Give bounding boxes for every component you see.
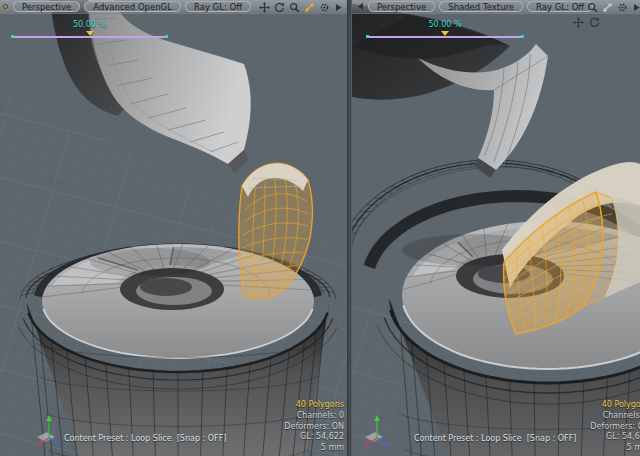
grid-size-value: 5 mm [284, 443, 344, 454]
status-preset-text: Content Preset : Loop Slice [Snap : OFF] [414, 434, 576, 443]
viewport-menu-dot[interactable] [3, 4, 8, 9]
viewport-info-overlay: 40 Polygons Channels: 0 Deformers: ON GL… [284, 400, 344, 454]
axis-orientation-gizmo [34, 414, 68, 452]
shading-mode-button[interactable]: Advanced OpenGL [84, 1, 181, 12]
ray-gl-button[interactable]: Ray GL: Off [527, 1, 593, 12]
viewport-options-arrow-icon[interactable] [631, 1, 640, 13]
polygon-count: 40 Polygons [590, 400, 640, 411]
shading-mode-button[interactable]: Shaded Texture [439, 1, 523, 12]
falloff-slider-track[interactable] [13, 36, 166, 38]
viewport-right: Perspective Shaded Texture Ray GL: Off [352, 0, 640, 456]
viewport-right-header: Perspective Shaded Texture Ray GL: Off [352, 0, 640, 14]
falloff-slider[interactable]: 50.00 % [368, 20, 522, 40]
deformers-state: Deformers: ON [284, 422, 344, 433]
view-type-button[interactable]: Perspective [368, 1, 435, 12]
rotate-tool-icon[interactable] [273, 1, 285, 13]
status-preset-text: Content Preset : Loop Slice [Snap : OFF] [64, 434, 226, 443]
falloff-value-label: 50.00 % [368, 20, 522, 29]
move-tool-icon[interactable] [258, 1, 270, 13]
axis-orientation-gizmo [362, 414, 396, 452]
viewport-left-header: Perspective Advanced OpenGL Ray GL: Off [0, 0, 347, 14]
expand-viewport-icon[interactable] [303, 1, 315, 13]
gl-vertex-count: GL: 54,622 [284, 432, 344, 443]
viewport-left: Perspective Advanced OpenGL Ray GL: Off [0, 0, 347, 456]
falloff-slider-track[interactable] [368, 36, 522, 38]
viewport-left-3d-scene[interactable] [0, 0, 347, 456]
expand-viewport-icon[interactable] [601, 1, 613, 13]
gl-vertex-count: GL: 54,622 [590, 432, 640, 443]
ray-gl-button[interactable]: Ray GL: Off [185, 1, 251, 12]
zoom-tool-icon[interactable] [586, 1, 598, 13]
viewport-settings-gear-icon[interactable] [616, 1, 628, 13]
viewport-info-overlay: 40 Polygons Channels: 0 Deformers: ON GL… [590, 400, 640, 454]
viewport-right-3d-scene[interactable] [352, 0, 640, 456]
zoom-tool-icon[interactable] [288, 1, 300, 13]
viewport-options-arrow-icon[interactable] [333, 1, 345, 13]
move-tool-icon[interactable] [572, 16, 584, 28]
polygon-count: 40 Polygons [284, 400, 344, 411]
falloff-value-label: 50.00 % [13, 20, 166, 29]
modo-split-3d-view: Perspective Advanced OpenGL Ray GL: Off [0, 0, 640, 456]
rotate-tool-icon[interactable] [588, 16, 600, 28]
channel-count: Channels: 0 [590, 411, 640, 422]
deformers-state: Deformers: ON [590, 422, 640, 433]
grid-size-value: 5 mm [590, 443, 640, 454]
collapse-panel-arrow-icon[interactable] [356, 1, 364, 13]
falloff-slider[interactable]: 50.00 % [13, 20, 166, 40]
channel-count: Channels: 0 [284, 411, 344, 422]
view-type-button[interactable]: Perspective [13, 1, 80, 12]
viewport-settings-gear-icon[interactable] [318, 1, 330, 13]
